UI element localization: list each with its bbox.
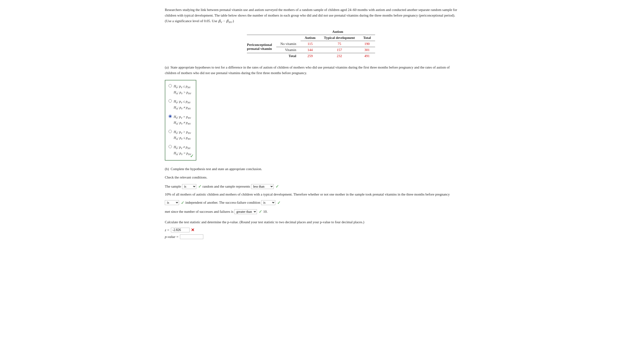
hypothesis-text-1: H0: pV ≤ pNV HA: pV > pNV: [174, 84, 191, 96]
row1-c1: 115: [300, 41, 320, 47]
radio-1[interactable]: [169, 84, 172, 87]
part-a-letter: (a): [165, 65, 169, 69]
calc-label: Calculate the test statistic and determi…: [165, 219, 457, 225]
line1-mid-text: random and the sample represents: [203, 183, 250, 190]
part-b-letter: (b): [165, 167, 169, 171]
row3-c1: 259: [300, 53, 320, 59]
checkmark-5: ✓: [259, 208, 262, 215]
checkmark-3: ✓: [181, 199, 184, 207]
radio-3[interactable]: [169, 115, 172, 118]
row2-c1: 144: [300, 47, 320, 53]
col-header-typical: Typical development: [320, 35, 359, 41]
sample-is-select[interactable]: is is not: [182, 184, 196, 189]
hypothesis-text-4: H0: pV > pNV HA: pV ≤ pNV: [174, 129, 191, 141]
hypothesis-option-4[interactable]: H0: pV > pNV HA: pV ≤ pNV: [169, 129, 191, 141]
less-than-select[interactable]: less than greater than: [251, 184, 274, 189]
conditions-title: Check the relevant conditions.: [165, 174, 457, 181]
row3-c3: 491: [359, 53, 375, 59]
row1-c2: 75: [320, 41, 359, 47]
pvalue-row: p-value =: [165, 234, 457, 239]
conditions-line-3: met since the number of successes and fa…: [165, 208, 457, 215]
col-header-total: Total: [359, 35, 375, 41]
x-mark: ✕: [191, 228, 194, 232]
checkmark-1: ✓: [198, 183, 202, 190]
checkmark-answer-a: ✓: [190, 153, 194, 159]
part-b-title: (b) Complete the hypothesis test and sta…: [165, 166, 457, 172]
data-table: Autism Autism Typical development Total …: [247, 29, 375, 59]
part-b-section: (b) Complete the hypothesis test and sta…: [165, 166, 457, 239]
row1-c3: 190: [359, 41, 375, 47]
row2-label: Vitamin: [276, 47, 300, 53]
hypothesis-option-5[interactable]: H0: pV ≠ pNV HA: pV = pNV: [169, 144, 191, 156]
checkmark-4: ✓: [277, 199, 281, 207]
data-table-container: Autism Autism Typical development Total …: [165, 29, 457, 59]
line1-pre-text: The sample: [165, 183, 181, 190]
checkmark-2: ✓: [275, 183, 279, 190]
z-label: z =: [165, 228, 170, 232]
hypothesis-text-3: H0: pV = pNV HA: pV ≠ pNV: [174, 114, 191, 126]
row3-c2: 232: [320, 53, 359, 59]
row2-c2: 157: [320, 47, 359, 53]
line3-post-text: 10.: [263, 209, 268, 215]
line1-post-text: 10% of all mothers of autistic children …: [165, 191, 450, 198]
radio-5[interactable]: [169, 145, 172, 148]
radio-4[interactable]: [169, 130, 172, 133]
calc-section: Calculate the test statistic and determi…: [165, 219, 457, 239]
line2-post-text: independent of another. The success-fail…: [185, 199, 260, 206]
greater-than-select[interactable]: greater than less than: [234, 209, 257, 214]
row3-label: Total: [276, 53, 300, 59]
row2-c3: 301: [359, 47, 375, 53]
hypothesis-text-5: H0: pV ≠ pNV HA: pV = pNV: [174, 144, 191, 156]
part-a-section: (a) State appropriate hypotheses to test…: [165, 65, 457, 161]
hypothesis-option-3[interactable]: H0: pV = pNV HA: pV ≠ pNV: [169, 114, 191, 126]
radio-2[interactable]: [169, 99, 172, 102]
autism-header: Autism: [300, 29, 375, 35]
row-header-main: Periconceptionalprenatal vitamin: [247, 41, 276, 53]
conditions-line-1: The sample is is not ✓ random and the sa…: [165, 183, 457, 197]
col-header-autism: Autism: [300, 35, 320, 41]
z-input[interactable]: [171, 228, 190, 232]
conditions-line-2: is is not ✓ independent of another. The …: [165, 199, 457, 207]
intro-paragraph: Researchers studying the link between pr…: [165, 7, 457, 24]
hypothesis-option-2[interactable]: H0: pV ≤ pNV HA: pV ≠ pNV: [169, 99, 191, 111]
pvalue-label: p-value =: [165, 235, 179, 239]
pvalue-input[interactable]: [180, 234, 203, 239]
success-failure-select[interactable]: is is not: [261, 200, 275, 205]
hypothesis-option-1[interactable]: H0: pV ≤ pNV HA: pV > pNV: [169, 84, 191, 96]
row1-label: No vitamin: [276, 41, 300, 47]
z-row: z = ✕: [165, 228, 457, 232]
line3-pre-text: met since the number of successes and fa…: [165, 209, 233, 215]
hypothesis-box: H0: pV ≤ pNV HA: pV > pNV H0: pV ≤ pNV H…: [165, 80, 196, 161]
part-a-label: (a) State appropriate hypotheses to test…: [165, 65, 457, 76]
independent-is-select[interactable]: is is not: [165, 200, 179, 205]
hypothesis-text-2: H0: pV ≤ pNV HA: pV ≠ pNV: [174, 99, 191, 111]
